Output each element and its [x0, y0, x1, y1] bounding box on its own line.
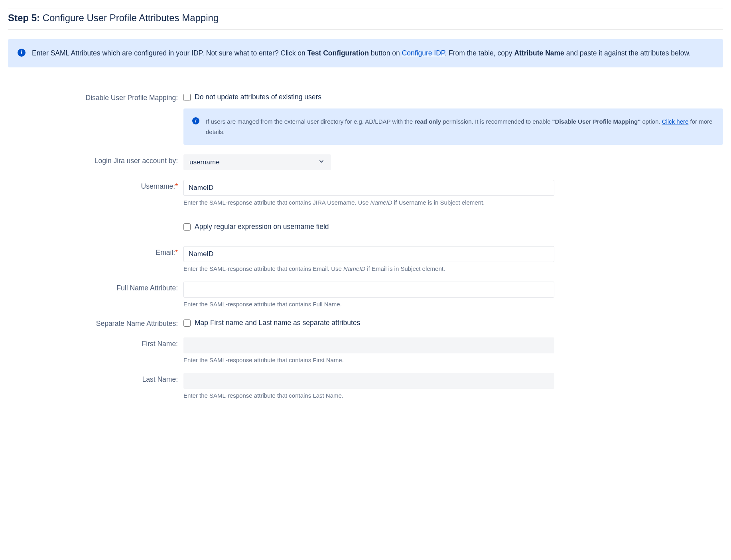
email-hint: Enter the SAML-response attribute that c… — [183, 265, 723, 272]
required-asterisk: * — [175, 182, 178, 190]
step-header: Step 5: Configure User Profile Attribute… — [8, 8, 723, 30]
label-email: Email:* — [24, 246, 183, 257]
info-test-config: Test Configuration — [307, 49, 369, 57]
inner-info-disable-map: "Disable User Profile Mapping" — [552, 118, 640, 125]
label-lastname: Last Name: — [24, 373, 183, 384]
firstname-hint: Enter the SAML-response attribute that c… — [183, 357, 723, 363]
username-hint-1: Enter the SAML-response attribute that c… — [183, 199, 370, 206]
info-text-3: . From the table, copy — [445, 49, 514, 57]
label-firstname: First Name: — [24, 337, 183, 348]
disable-mapping-checkbox-label: Do not update attributes of existing use… — [195, 93, 321, 101]
inner-info-3: option. — [640, 118, 662, 125]
email-input[interactable] — [183, 246, 554, 262]
step-title: Configure User Profile Attributes Mappin… — [43, 12, 219, 23]
fullname-hint: Enter the SAML-response attribute that c… — [183, 301, 723, 308]
email-hint-2: if Email is in Subject element. — [365, 265, 445, 272]
chevron-down-icon — [318, 158, 325, 167]
label-username-text: Username: — [141, 182, 175, 190]
inner-info-readonly: read only — [414, 118, 441, 125]
inner-info-panel: i If users are manged from the external … — [183, 108, 723, 145]
username-hint-ital: NameID — [370, 199, 392, 206]
label-fullname: Full Name Attribute: — [24, 282, 183, 292]
inner-info-link[interactable]: Click here — [662, 118, 689, 125]
inner-info-2: permission. It is recommended to enable — [441, 118, 552, 125]
info-attr-name: Attribute Name — [514, 49, 564, 57]
separate-names-checkbox-label: Map First name and Last name as separate… — [195, 319, 360, 327]
info-text-1: Enter SAML Attributes which are configur… — [32, 49, 307, 57]
email-hint-ital: NameID — [343, 265, 365, 272]
step-number: Step 5: — [8, 12, 40, 23]
username-hint-2: if Username is in Subject element. — [392, 199, 485, 206]
lastname-hint: Enter the SAML-response attribute that c… — [183, 392, 723, 399]
email-hint-1: Enter the SAML-response attribute that c… — [183, 265, 343, 272]
info-text-2: button on — [369, 49, 402, 57]
info-text-4: and paste it against the attributes belo… — [564, 49, 691, 57]
info-icon: i — [18, 49, 26, 57]
lastname-input — [183, 373, 554, 389]
configure-idp-link[interactable]: Configure IDP — [402, 49, 445, 57]
info-panel-main: i Enter SAML Attributes which are config… — [8, 39, 723, 67]
label-login-by: Login Jira user account by: — [24, 154, 183, 165]
label-email-text: Email: — [156, 248, 175, 256]
info-icon: i — [192, 117, 199, 124]
label-separate: Separate Name Attributes: — [24, 317, 183, 328]
disable-mapping-checkbox[interactable] — [183, 94, 191, 101]
inner-info-1: If users are manged from the external us… — [206, 118, 414, 125]
login-by-value: username — [189, 158, 220, 166]
separate-names-checkbox[interactable] — [183, 319, 191, 327]
regex-checkbox-label: Apply regular expression on username fie… — [195, 223, 329, 231]
firstname-input — [183, 337, 554, 353]
login-by-select[interactable]: username — [183, 154, 331, 170]
username-hint: Enter the SAML-response attribute that c… — [183, 199, 723, 206]
label-username: Username:* — [24, 180, 183, 191]
label-disable-mapping: Disable User Profile Mapping: — [24, 91, 183, 102]
regex-checkbox[interactable] — [183, 223, 191, 231]
required-asterisk: * — [175, 248, 178, 256]
username-input[interactable] — [183, 180, 554, 196]
fullname-input[interactable] — [183, 282, 554, 298]
